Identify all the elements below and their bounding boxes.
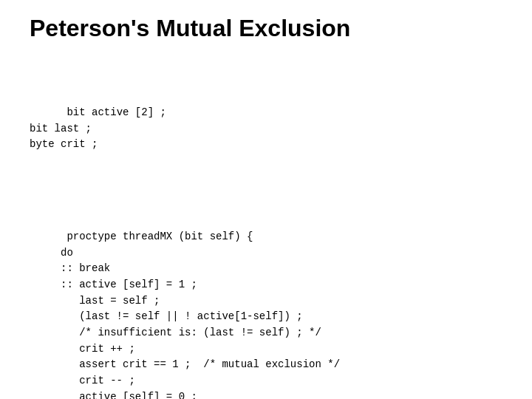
code-declarations: bit active [2] ; bit last ; byte crit ; — [30, 89, 502, 168]
code-declarations-text: bit active [2] ; bit last ; byte crit ; — [30, 106, 166, 150]
page-title: Peterson's Mutual Exclusion — [30, 15, 502, 42]
code-block: bit active [2] ; bit last ; byte crit ; … — [30, 57, 502, 399]
page-container: Peterson's Mutual Exclusion bit active [… — [0, 0, 532, 399]
code-proctype-text: proctype threadMX (bit self) { do :: bre… — [30, 231, 340, 399]
code-proctype: proctype threadMX (bit self) { do :: bre… — [30, 213, 502, 399]
